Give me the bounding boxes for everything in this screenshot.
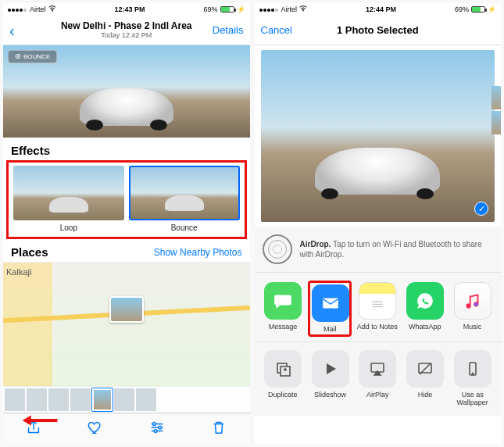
clock: 12:43 PM xyxy=(114,5,145,13)
action-duplicate-label: Duplicate xyxy=(263,391,304,399)
thumbnail[interactable] xyxy=(5,388,25,411)
film-strip[interactable] xyxy=(3,386,250,413)
effect-badge: ⦿ BOUNCE xyxy=(8,50,57,63)
favorite-button[interactable] xyxy=(87,419,104,439)
selected-photo[interactable]: ✓ xyxy=(261,50,495,222)
effect-loop-label: Loop xyxy=(13,224,124,232)
share-apps-row: Message Mail Add to Notes WhatsApp Music xyxy=(255,273,502,342)
share-notes[interactable]: Add to Notes xyxy=(356,282,398,335)
carrier-label: Airtel xyxy=(30,5,46,13)
thumbnail[interactable] xyxy=(48,388,69,411)
slideshow-icon xyxy=(312,350,349,388)
share-whatsapp-label: WhatsApp xyxy=(404,323,445,331)
places-header: Places Show Nearby Photos xyxy=(3,239,250,262)
status-bar: Airtel 12:43 PM 69% ⚡ xyxy=(3,3,250,16)
nav-bar: ‹ New Delhi - Phase 2 Indl Area Today 12… xyxy=(3,16,250,45)
car-image xyxy=(315,148,440,195)
svg-point-4 xyxy=(302,10,304,12)
share-whatsapp[interactable]: WhatsApp xyxy=(404,282,445,335)
nav-title: New Delhi - Phase 2 Indl Area Today 12:4… xyxy=(48,20,205,40)
svg-point-0 xyxy=(52,10,53,12)
selection-check-icon[interactable]: ✓ xyxy=(474,202,488,216)
action-duplicate[interactable]: Duplicate xyxy=(263,350,304,406)
svg-point-1 xyxy=(153,422,156,425)
share-music-label: Music xyxy=(452,323,493,331)
effects-header: Effects xyxy=(3,138,250,160)
thumbnail[interactable] xyxy=(70,388,91,411)
hide-icon xyxy=(406,350,444,388)
back-button[interactable]: ‹ xyxy=(9,23,48,38)
svg-point-2 xyxy=(159,426,162,429)
action-wallpaper-label: Use as Wallpaper xyxy=(452,391,493,406)
photos-detail-screen: Airtel 12:43 PM 69% ⚡ ‹ New Delhi - Phas… xyxy=(3,3,250,444)
share-mail[interactable]: Mail xyxy=(308,281,352,337)
svg-point-3 xyxy=(155,429,158,432)
nav-bar: Cancel 1 Photo Selected xyxy=(255,16,502,45)
battery-icon xyxy=(220,6,234,13)
cancel-button[interactable]: Cancel xyxy=(261,24,300,36)
effect-badge-label: BOUNCE xyxy=(23,53,50,60)
details-button[interactable]: Details xyxy=(205,24,244,36)
date-subtitle: Today 12:42 PM xyxy=(48,31,205,40)
wifi-icon xyxy=(299,5,307,13)
effect-bounce[interactable]: Bounce xyxy=(129,166,240,232)
action-hide[interactable]: Hide xyxy=(405,350,446,406)
main-photo[interactable]: ⦿ BOUNCE xyxy=(3,45,250,138)
edit-button[interactable] xyxy=(148,419,166,439)
svg-point-10 xyxy=(474,302,477,306)
share-mail-label: Mail xyxy=(312,325,348,333)
mail-icon xyxy=(312,284,349,322)
share-sheet-screen: Airtel 12:44 PM 69% ⚡ Cancel 1 Photo Sel… xyxy=(255,3,502,444)
thumbnail[interactable] xyxy=(491,111,501,134)
battery-percent: 69% xyxy=(203,5,217,13)
effect-bounce-label: Bounce xyxy=(129,224,240,232)
share-message-label: Message xyxy=(263,323,304,331)
adjacent-thumbnails xyxy=(491,86,501,134)
svg-point-9 xyxy=(466,304,470,307)
places-title: Places xyxy=(11,245,48,259)
thumbnail[interactable] xyxy=(491,86,501,109)
thumbnail[interactable] xyxy=(114,388,134,411)
share-actions-row: Duplicate Slideshow AirPlay Hide Use as … xyxy=(255,342,502,416)
airdrop-icon xyxy=(263,234,292,264)
notes-icon xyxy=(359,282,396,320)
thumbnail-current[interactable] xyxy=(92,388,113,411)
message-icon xyxy=(264,282,302,320)
svg-point-16 xyxy=(472,373,474,374)
bounce-icon: ⦿ xyxy=(15,53,21,60)
signal-icon xyxy=(8,5,27,13)
action-slideshow[interactable]: Slideshow xyxy=(309,350,351,406)
share-message[interactable]: Message xyxy=(263,282,304,335)
share-notes-label: Add to Notes xyxy=(356,323,398,331)
signal-icon xyxy=(259,5,279,13)
show-nearby-button[interactable]: Show Nearby Photos xyxy=(154,247,242,258)
charging-icon: ⚡ xyxy=(488,5,496,13)
action-slideshow-label: Slideshow xyxy=(309,391,351,399)
airdrop-bold: AirDrop. xyxy=(300,240,331,249)
effects-row: Loop Bounce xyxy=(6,160,247,239)
clock: 12:44 PM xyxy=(366,5,396,13)
thumbnail[interactable] xyxy=(27,388,47,411)
thumbnail[interactable] xyxy=(136,388,156,411)
wallpaper-icon xyxy=(454,350,491,388)
wifi-icon xyxy=(48,5,56,13)
action-airplay[interactable]: AirPlay xyxy=(357,350,399,406)
svg-rect-5 xyxy=(323,299,339,309)
action-airplay-label: AirPlay xyxy=(357,391,399,399)
share-music[interactable]: Music xyxy=(452,282,493,335)
duplicate-icon xyxy=(264,350,302,388)
chevron-left-icon: ‹ xyxy=(9,22,15,39)
bottom-toolbar xyxy=(3,413,250,444)
airdrop-row[interactable]: AirDrop. Tap to turn on Wi-Fi and Blueto… xyxy=(255,227,502,273)
action-hide-label: Hide xyxy=(405,391,446,399)
battery-percent: 69% xyxy=(455,5,469,13)
airdrop-text: AirDrop. Tap to turn on Wi-Fi and Blueto… xyxy=(300,239,494,259)
map-photo-pin[interactable] xyxy=(109,296,144,323)
action-wallpaper[interactable]: Use as Wallpaper xyxy=(452,350,493,406)
trash-button[interactable] xyxy=(210,419,227,439)
effect-loop[interactable]: Loop xyxy=(13,166,124,232)
share-button[interactable] xyxy=(25,419,42,439)
carrier-label: Airtel xyxy=(281,5,298,13)
map[interactable]: Kalkaji xyxy=(3,262,250,386)
status-bar: Airtel 12:44 PM 69% ⚡ xyxy=(255,3,502,16)
